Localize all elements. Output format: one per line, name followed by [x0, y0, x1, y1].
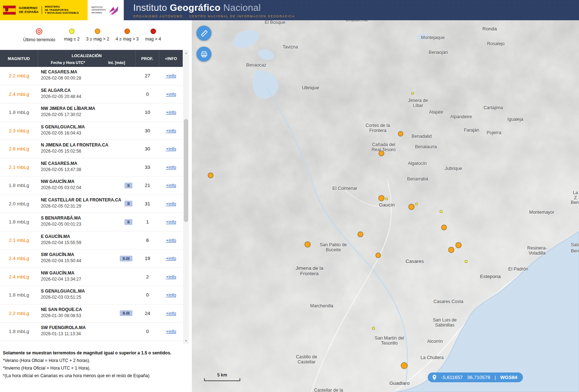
table-row[interactable]: 1.8 mbLg S GENALGUACIL.MA 2026-02-03 03:… [0, 286, 183, 304]
ign-logo-text: INSTITUTO GEOGRÁFICO NACIONAL [92, 6, 106, 14]
column-header-location: LOCALIZACIÓN Fecha y Hora UTC* Int. [máx… [38, 50, 136, 67]
info-link[interactable]: +info [166, 256, 176, 261]
info-link[interactable]: +info [166, 274, 176, 280]
location-cell: NW GAUCÍN.MA 2026-02-04 13:34:27 [38, 268, 136, 286]
government-logo[interactable]: GOBIERNO DE ESPAÑA MINISTERIO DE TRANSPO… [0, 0, 88, 20]
depth-value: 30 [136, 122, 159, 140]
earthquake-marker[interactable] [208, 173, 214, 178]
footnote: *Invierno (Hora Oficial = Hora UTC + 1 H… [3, 366, 187, 371]
printer-icon [200, 50, 208, 59]
depth-value: 0 [136, 323, 159, 341]
location-name: NE CASARES.MA [41, 69, 136, 74]
coordinate-datum: WGS84 [500, 375, 517, 380]
earthquake-marker[interactable] [376, 253, 381, 258]
earthquake-marker[interactable] [456, 242, 461, 248]
map-scale-bar: 5 km [204, 372, 240, 381]
depth-value: 21 [136, 176, 159, 195]
event-datetime: 2026-02-03 03:51:25 [41, 295, 136, 300]
earthquake-marker[interactable] [372, 327, 375, 330]
coordinates-display: -5,611657 36,710578 | WGS84 [428, 372, 523, 382]
scroll-up-arrow[interactable]: ▲ [183, 50, 189, 56]
earthquake-marker[interactable] [440, 210, 443, 213]
app-subtitle: ORGANISMO AUTÓNOMO CENTRO NACIONAL DE IN… [133, 14, 295, 18]
location-name: NW JIMERA DE LÍBAR.MA [41, 106, 136, 111]
table-row[interactable]: 2.4 mbLg SE ALGAR.CA 2026-02-05 20:48:44… [0, 85, 183, 104]
magnitude-value: 1.8 mbLg [0, 176, 38, 195]
earthquake-marker[interactable] [305, 242, 310, 247]
table-row[interactable]: 1.8 mbLg NW GAUCÍN.MA 2026-02-05 03:02:0… [0, 176, 183, 195]
measure-tool-button[interactable] [196, 26, 211, 41]
earthquake-marker[interactable] [385, 198, 388, 200]
table-row[interactable]: 2.1 mbLg NE CASARES.MA 2026-02-05 13:47:… [0, 158, 183, 177]
info-link[interactable]: +info [166, 73, 176, 78]
footer-notes: Solamente se muestran terremotos de magn… [0, 350, 192, 378]
column-header-magnitude: MAGNITUD [0, 50, 38, 67]
legend-item: 3 ≥ mag > 2 [86, 29, 109, 42]
app-title: Instituto Geográfico Nacional [133, 2, 295, 13]
earthquake-marker[interactable] [411, 92, 414, 95]
scale-line [204, 378, 240, 381]
location-cell: S GENALGUACIL.MA 2026-02-05 16:04:43 [38, 122, 136, 140]
scroll-thumb[interactable] [184, 119, 188, 222]
earthquake-marker[interactable] [379, 195, 384, 201]
table-row[interactable]: 1.8 mbLg SW FUENGIROLA.MA 2026-01-13 11:… [0, 323, 183, 341]
last-earthquake-icon [36, 28, 42, 35]
info-link[interactable]: +info [166, 110, 176, 115]
location-name: SE ALGAR.CA [41, 88, 136, 93]
info-link[interactable]: +info [166, 311, 176, 316]
ruler-icon [200, 29, 208, 38]
coordinate-latitude: 36,710578 [467, 375, 490, 380]
table-row[interactable]: 2.0 mbLg NE CASTELLAR DE LA FRONTERA.CA … [0, 195, 183, 213]
earthquake-marker[interactable] [441, 225, 447, 230]
depth-value: 24 [136, 304, 159, 323]
table-row[interactable]: 2.3 mbLg S GENALGUACIL.MA 2026-02-05 16:… [0, 122, 183, 140]
app-title-block: Instituto Geográfico Nacional ORGANISMO … [133, 0, 295, 20]
earthquake-marker[interactable] [401, 362, 407, 369]
event-datetime: 2026-02-05 02:31:29 [41, 204, 136, 209]
table-row[interactable]: 2.4 mbLg NW GAUCÍN.MA 2026-02-04 13:34:2… [0, 268, 183, 286]
location-cell: SW FUENGIROLA.MA 2026-01-13 11:13:34 [38, 323, 136, 341]
column-header-date: Fecha y Hora UTC* [38, 60, 98, 65]
earthquake-marker[interactable] [358, 232, 363, 237]
government-name: GOBIERNO DE ESPAÑA [19, 6, 42, 14]
info-link[interactable]: +info [166, 128, 176, 133]
print-button[interactable] [196, 47, 211, 61]
location-cell: SE ALGAR.CA 2026-02-05 20:48:44 [38, 85, 136, 103]
earthquake-marker[interactable] [409, 204, 414, 210]
legend-item: 4 ≥ mag > 3 [116, 29, 139, 42]
legend-label: Último terremoto [23, 37, 55, 42]
earthquake-marker[interactable] [415, 203, 418, 205]
info-link[interactable]: +info [166, 219, 176, 225]
intensity-badge: II [124, 201, 132, 206]
info-link[interactable]: +info [166, 238, 176, 243]
info-link[interactable]: +info [166, 292, 176, 298]
table-row[interactable]: 2.1 mbLg E GAUCÍN.MA 2026-02-04 15:55:59… [0, 231, 183, 250]
table-row[interactable]: 2.2 mbLg NE CASARES.MA 2026-02-06 00:00:… [0, 67, 183, 85]
info-link[interactable]: +info [166, 201, 176, 206]
earthquake-marker[interactable] [448, 247, 454, 253]
info-link[interactable]: +info [166, 329, 176, 334]
table-row[interactable]: 2.6 mbLg N JIMENA DE LA FRONTERA.CA 2026… [0, 140, 183, 158]
table-scrollbar[interactable]: ▲ ▼ [183, 50, 189, 344]
legend-item: mag > 4 [145, 29, 161, 42]
info-link[interactable]: +info [166, 91, 176, 97]
event-datetime: 2026-02-04 13:34:27 [41, 277, 136, 282]
info-link[interactable]: +info [166, 146, 176, 152]
magnitude-value: 2.1 mbLg [0, 231, 38, 250]
table-row[interactable]: 2.2 mbLg NE SAN ROQUE.CA 2026-01-30 08:0… [0, 304, 183, 323]
scroll-down-arrow[interactable]: ▼ [183, 338, 189, 344]
event-datetime: 2026-02-05 17:30:02 [41, 112, 136, 117]
table-row[interactable]: 1.8 mbLg S BENARRABÁ.MA 2026-02-05 00:01… [0, 213, 183, 231]
event-datetime: 2026-02-05 13:47:38 [41, 167, 136, 172]
earthquake-marker[interactable] [398, 131, 403, 136]
info-link[interactable]: +info [166, 183, 176, 188]
table-row[interactable]: 2.4 mbLg SW GAUCÍN.MA 2026-02-04 15:50:4… [0, 250, 183, 268]
table-row[interactable]: 1.8 mbLg NW JIMERA DE LÍBAR.MA 2026-02-0… [0, 103, 183, 122]
earthquake-marker[interactable] [379, 151, 384, 156]
map-canvas[interactable]: El BosqueGrazalemaRondaMontejaqueRosalej… [192, 20, 579, 392]
earthquake-marker[interactable] [465, 260, 468, 263]
scale-label: 5 km [204, 372, 240, 378]
location-name: S BENARRABÁ.MA [41, 216, 136, 221]
ign-logo[interactable]: INSTITUTO GEOGRÁFICO NACIONAL [88, 0, 124, 20]
info-link[interactable]: +info [166, 165, 176, 170]
